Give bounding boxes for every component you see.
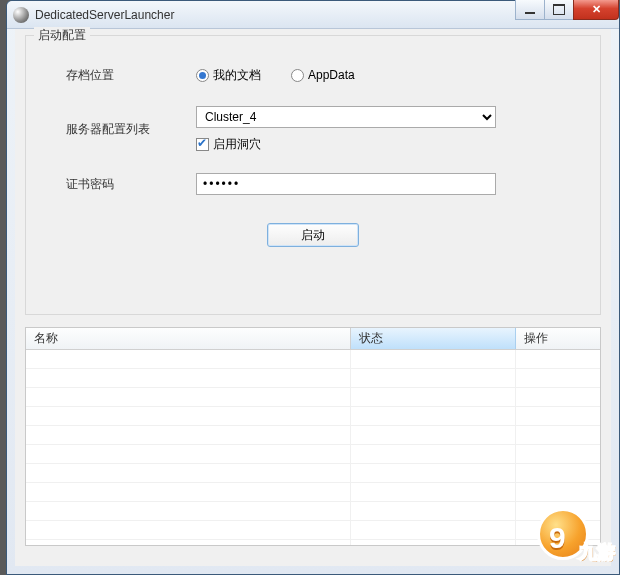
window-title: DedicatedServerLauncher [35, 8, 174, 22]
config-list-select[interactable]: Cluster_4 [196, 106, 496, 128]
enable-caves-checkbox[interactable] [196, 138, 209, 151]
close-button[interactable] [573, 0, 619, 20]
table-row[interactable] [26, 445, 600, 464]
cert-password-label: 证书密码 [46, 176, 196, 193]
config-list-row: 服务器配置列表 Cluster_4 启用洞穴 [46, 106, 580, 153]
table-row[interactable] [26, 426, 600, 445]
server-table: 名称 状态 操作 [25, 327, 601, 546]
table-row[interactable] [26, 388, 600, 407]
save-location-label: 存档位置 [46, 67, 196, 84]
radio-mydocs[interactable] [196, 69, 209, 82]
config-list-label: 服务器配置列表 [46, 121, 196, 138]
enable-caves-label: 启用洞穴 [213, 136, 261, 153]
client-area: 启动配置 存档位置 我的文档 AppData [15, 29, 611, 566]
table-body [26, 350, 600, 545]
table-row[interactable] [26, 407, 600, 426]
minimize-button[interactable] [515, 0, 545, 20]
cert-password-input[interactable] [196, 173, 496, 195]
application-window: DedicatedServerLauncher 启动配置 存档位置 我的文档 [6, 0, 620, 575]
enable-caves-checkbox-wrap[interactable]: 启用洞穴 [196, 136, 261, 153]
radio-mydocs-label: 我的文档 [213, 67, 261, 84]
save-location-mydocs[interactable]: 我的文档 [196, 67, 261, 84]
table-row[interactable] [26, 369, 600, 388]
titlebar[interactable]: DedicatedServerLauncher [7, 1, 619, 29]
cert-password-row: 证书密码 [46, 171, 580, 197]
launch-config-group: 启动配置 存档位置 我的文档 AppData [25, 35, 601, 315]
group-title: 启动配置 [34, 27, 90, 44]
col-status-header[interactable]: 状态 [351, 328, 516, 349]
window-controls [516, 0, 619, 20]
maximize-button[interactable] [544, 0, 574, 20]
radio-appdata[interactable] [291, 69, 304, 82]
save-location-row: 存档位置 我的文档 AppData [46, 62, 580, 88]
table-row[interactable] [26, 502, 600, 521]
launch-button[interactable]: 启动 [267, 223, 359, 247]
table-row[interactable] [26, 521, 600, 540]
radio-appdata-label: AppData [308, 68, 355, 82]
config-form: 存档位置 我的文档 AppData 服务器配置列表 [26, 36, 600, 257]
app-icon [13, 7, 29, 23]
save-location-appdata[interactable]: AppData [291, 68, 355, 82]
table-row[interactable] [26, 350, 600, 369]
table-row[interactable] [26, 540, 600, 545]
table-header: 名称 状态 操作 [26, 328, 600, 350]
launch-row: 启动 [46, 215, 580, 247]
col-name-header[interactable]: 名称 [26, 328, 351, 349]
col-action-header[interactable]: 操作 [516, 328, 600, 349]
table-row[interactable] [26, 464, 600, 483]
table-row[interactable] [26, 483, 600, 502]
